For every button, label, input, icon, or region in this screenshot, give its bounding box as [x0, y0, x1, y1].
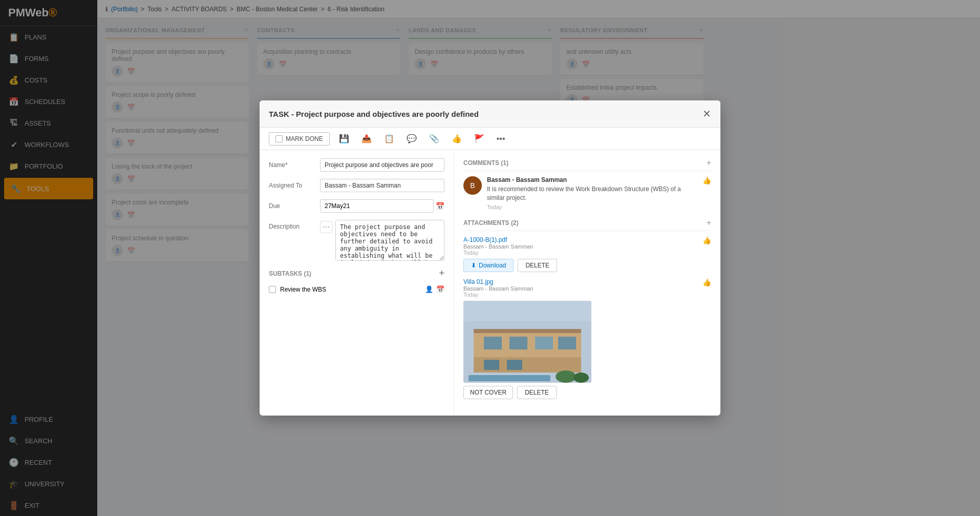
add-subtask-button[interactable]: + [439, 268, 444, 279]
modal-body: Name* Assigned To Bassam - Bassam Samman [260, 150, 720, 416]
due-date-input[interactable] [320, 199, 434, 213]
mark-done-button[interactable]: MARK DONE [269, 132, 330, 146]
comment-text: It is recommended to review the Work Bre… [487, 185, 697, 202]
svg-rect-13 [463, 301, 591, 321]
comment-item: B Bassam - Bassam Samman It is recommend… [463, 176, 711, 210]
description-field-row: Description ⋯ [269, 220, 444, 261]
attachments-section: ATTACHMENTS (2) + A-1000-B(1).pdf Bassam… [463, 218, 711, 399]
attachment-pdf: A-1000-B(1).pdf Bassam - Bassam Samman T… [463, 236, 711, 272]
svg-rect-12 [474, 329, 581, 333]
mark-done-label: MARK DONE [286, 135, 323, 142]
description-textarea[interactable] [335, 220, 444, 261]
modal-overlay[interactable]: TASK - Project purpose and objectives ar… [0, 0, 980, 516]
description-label: Description [269, 220, 315, 230]
assigned-field-row: Assigned To Bassam - Bassam Samman [269, 179, 444, 192]
comments-title: COMMENTS (1) [463, 159, 508, 167]
svg-rect-8 [507, 360, 522, 370]
delete-pdf-button[interactable]: DELETE [518, 259, 557, 272]
name-label: Name* [269, 158, 315, 169]
attachment-image-time: Today [463, 292, 533, 298]
task-modal: TASK - Project purpose and objectives ar… [260, 100, 720, 416]
comment-icon[interactable]: 💬 [403, 132, 420, 146]
assigned-label: Assigned To [269, 179, 315, 189]
subtask-checkbox[interactable] [269, 286, 276, 293]
expand-description-button[interactable]: ⋯ [320, 221, 332, 233]
save-icon[interactable]: 💾 [336, 132, 352, 146]
svg-rect-6 [558, 337, 576, 349]
attach-icon[interactable]: 📎 [426, 132, 442, 146]
svg-rect-5 [535, 337, 553, 349]
svg-rect-7 [484, 360, 499, 370]
modal-header: TASK - Project purpose and objectives ar… [260, 100, 720, 128]
attachment-pdf-like[interactable]: 👍 [702, 236, 711, 244]
comment-avatar: B [463, 176, 482, 195]
add-comment-button[interactable]: + [707, 158, 711, 168]
export-icon[interactable]: 📤 [358, 132, 375, 146]
svg-rect-3 [484, 337, 502, 349]
modal-title: TASK - Project purpose and objectives ar… [269, 110, 479, 118]
subtasks-header: SUBTASKS (1) + [269, 268, 444, 279]
flag-icon[interactable]: 🚩 [471, 132, 487, 146]
attachments-header: ATTACHMENTS (2) + [463, 218, 711, 231]
image-preview [463, 301, 591, 383]
name-field-row: Name* [269, 158, 444, 172]
comment-author: Bassam - Bassam Samman [487, 176, 697, 183]
svg-point-11 [573, 373, 589, 383]
due-field-row: Due 📅 [269, 199, 444, 213]
attachment-pdf-author: Bassam - Bassam Samman [463, 243, 533, 250]
list-icon[interactable]: 📋 [381, 132, 397, 146]
download-icon: ⬇ [471, 262, 476, 269]
like-icon[interactable]: 👍 [449, 132, 465, 146]
subtasks-section: SUBTASKS (1) + Review the WBS 👤 📅 [269, 268, 444, 296]
subtask-cal-icon: 📅 [436, 285, 444, 293]
subtask-label: Review the WBS [280, 286, 421, 293]
more-icon[interactable]: ••• [494, 132, 508, 146]
svg-rect-9 [468, 375, 550, 381]
calendar-icon: 📅 [436, 202, 444, 210]
comments-section: COMMENTS (1) + B Bassam - Bassam Samman … [463, 158, 711, 210]
due-label: Due [269, 199, 315, 210]
attachments-title: ATTACHMENTS (2) [463, 219, 519, 226]
svg-point-10 [556, 370, 576, 383]
modal-right-panel: COMMENTS (1) + B Bassam - Bassam Samman … [454, 150, 720, 416]
assigned-select[interactable]: Bassam - Bassam Samman [320, 179, 444, 192]
download-button[interactable]: ⬇ Download [463, 259, 514, 272]
subtask-item: Review the WBS 👤 📅 [269, 283, 444, 296]
close-button[interactable]: ✕ [702, 108, 711, 120]
subtask-user-icon: 👤 [425, 285, 433, 293]
comment-time: Today [487, 204, 697, 210]
attachment-pdf-name[interactable]: A-1000-B(1).pdf [463, 236, 533, 243]
comment-like-icon[interactable]: 👍 [702, 176, 711, 210]
attachment-image: Villa 01.jpg Bassam - Bassam Samman Toda… [463, 278, 711, 399]
delete-image-button[interactable]: DELETE [517, 386, 557, 399]
attachment-image-author: Bassam - Bassam Samman [463, 285, 533, 292]
add-attachment-button[interactable]: + [707, 218, 711, 228]
modal-left-panel: Name* Assigned To Bassam - Bassam Samman [260, 150, 454, 416]
mark-done-checkbox [275, 135, 283, 142]
subtasks-title: SUBTASKS (1) [269, 270, 311, 277]
svg-rect-4 [509, 337, 527, 349]
attachment-pdf-time: Today [463, 250, 533, 256]
modal-toolbar: MARK DONE 💾 📤 📋 💬 📎 👍 🚩 ••• [260, 128, 720, 150]
name-input[interactable] [320, 158, 444, 172]
comments-header: COMMENTS (1) + [463, 158, 711, 171]
not-cover-button[interactable]: NOT COVER [463, 386, 513, 399]
attachment-image-name[interactable]: Villa 01.jpg [463, 278, 533, 285]
attachment-image-like[interactable]: 👍 [702, 278, 711, 286]
